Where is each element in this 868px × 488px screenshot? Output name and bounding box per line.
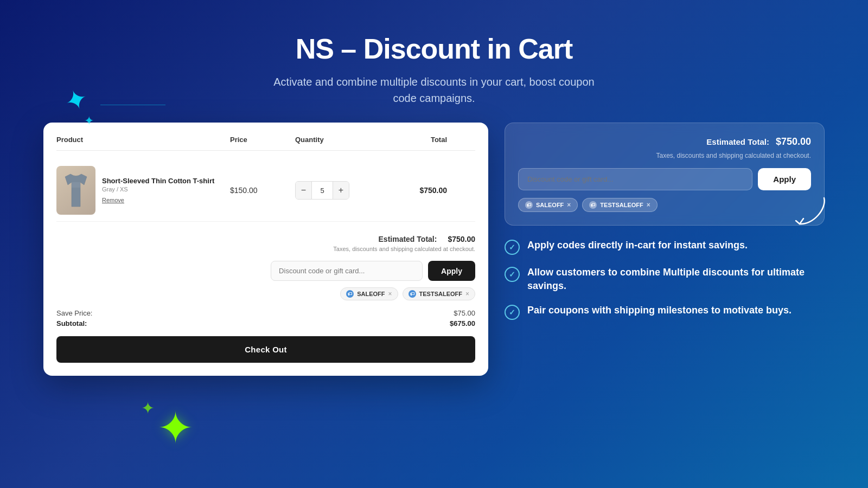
check-icon-2: ✓ xyxy=(509,270,515,279)
product-info: Short-Sleeved Thin Cotton T-shirt Gray /… xyxy=(56,166,230,215)
feature-text-1: Apply codes directly in-cart for instant… xyxy=(527,239,748,252)
save-price-value: $75.00 xyxy=(454,309,475,317)
preview-card-wrapper: Estimated Total: $750.00 Taxes, discount… xyxy=(505,123,825,226)
feature-item-2: ✓ Allow customers to combine Multiple di… xyxy=(505,266,825,293)
estimated-total-row: Estimated Total: $750.00 xyxy=(56,235,475,243)
product-image xyxy=(56,166,95,215)
coupon-tags: 🏷 SALEOFF × 🏷 TESTSALEOFF × xyxy=(56,287,475,300)
main-content: Product Price Quantity Total Short-Sleev… xyxy=(0,123,868,376)
coupon-icon-2: 🏷 xyxy=(409,290,416,298)
discount-input[interactable] xyxy=(271,261,423,281)
page-title: NS – Discount in Cart xyxy=(0,33,868,65)
preview-coupon-code-1: SALEOFF xyxy=(536,202,564,208)
feature-text-3: Pair coupons with shipping milestones to… xyxy=(527,304,792,317)
product-name: Short-Sleeved Thin Cotton T-shirt xyxy=(102,177,214,185)
estimated-total-value: $750.00 xyxy=(448,235,475,243)
coupon-remove-1[interactable]: × xyxy=(388,290,392,298)
subtotal-label: Subtotal: xyxy=(56,319,87,328)
cart-table-header: Product Price Quantity Total xyxy=(56,136,475,151)
coupon-remove-2[interactable]: × xyxy=(465,290,469,298)
coupon-tag-testsaleoff: 🏷 TESTSALEOFF × xyxy=(403,287,475,300)
cart-widget: Product Price Quantity Total Short-Sleev… xyxy=(43,123,488,376)
decorative-star-green: ✦ xyxy=(157,407,194,450)
preview-card: Estimated Total: $750.00 Taxes, discount… xyxy=(505,123,825,226)
coupon-code-1: SALEOFF xyxy=(357,291,385,297)
coupon-icon: 🏷 xyxy=(346,290,354,298)
preview-total-label: Estimated Total: xyxy=(706,137,769,146)
quantity-decrease-button[interactable]: − xyxy=(296,182,311,199)
curved-arrow-decoration xyxy=(792,192,829,230)
subtotal-row: Subtotal: $675.00 xyxy=(56,319,475,328)
decorative-star-green-small: ✦ xyxy=(141,399,155,418)
feature-item-3: ✓ Pair coupons with shipping milestones … xyxy=(505,304,825,320)
col-price: Price xyxy=(230,136,295,144)
preview-discount-row: Apply xyxy=(518,168,811,190)
features-list: ✓ Apply codes directly in-cart for insta… xyxy=(505,239,825,320)
right-panel: Estimated Total: $750.00 Taxes, discount… xyxy=(505,123,825,320)
preview-coupon-tag-2: 🏷 TESTSALEOFF × xyxy=(582,198,657,212)
product-details: Short-Sleeved Thin Cotton T-shirt Gray /… xyxy=(102,177,214,204)
preview-coupon-code-2: TESTSALEOFF xyxy=(600,202,643,208)
preview-total-value: $750.00 xyxy=(776,136,811,147)
preview-coupon-icon-1: 🏷 xyxy=(525,201,533,209)
decorative-line xyxy=(100,105,165,105)
coupon-code-2: TESTSALEOFF xyxy=(419,291,462,297)
save-price-label: Save Price: xyxy=(56,309,92,317)
estimated-total-label: Estimated Total: xyxy=(379,235,437,243)
feature-check-2: ✓ xyxy=(505,267,520,282)
preview-coupon-icon-2: 🏷 xyxy=(589,201,597,209)
taxes-note: Taxes, discounts and shipping calculated… xyxy=(56,246,475,252)
col-total: Total xyxy=(382,136,447,144)
preview-coupon-remove-1[interactable]: × xyxy=(567,201,571,209)
col-quantity: Quantity xyxy=(295,136,382,144)
discount-row: Apply xyxy=(56,261,475,281)
savings-row: Save Price: $75.00 xyxy=(56,309,475,317)
feature-text-2: Allow customers to combine Multiple disc… xyxy=(527,266,825,293)
apply-button-cart[interactable]: Apply xyxy=(428,261,475,281)
feature-item-1: ✓ Apply codes directly in-cart for insta… xyxy=(505,239,825,255)
preview-coupon-remove-2[interactable]: × xyxy=(647,201,650,209)
col-product: Product xyxy=(56,136,230,144)
remove-link[interactable]: Remove xyxy=(102,197,124,203)
preview-apply-button[interactable]: Apply xyxy=(758,168,811,190)
feature-check-1: ✓ xyxy=(505,240,520,255)
subtotal-value: $675.00 xyxy=(450,319,475,328)
checkout-button[interactable]: Check Out xyxy=(56,336,475,363)
product-variant: Gray / XS xyxy=(102,186,214,192)
quantity-input[interactable] xyxy=(311,182,333,199)
product-total: $750.00 xyxy=(382,186,447,195)
product-price: $150.00 xyxy=(230,186,295,195)
quantity-increase-button[interactable]: + xyxy=(333,182,349,199)
preview-taxes-note: Taxes, discounts and shipping calculated… xyxy=(518,152,811,159)
quantity-control: − + xyxy=(295,181,382,200)
decorative-star-cyan-small: ✦ xyxy=(84,114,94,128)
coupon-tag-saleoff: 🏷 SALEOFF × xyxy=(340,287,398,300)
feature-check-3: ✓ xyxy=(505,305,520,320)
check-icon-3: ✓ xyxy=(509,308,515,317)
hero-subtitle: Activate and combine multiple discounts … xyxy=(271,74,597,106)
preview-total-row: Estimated Total: $750.00 xyxy=(518,136,811,147)
check-icon-1: ✓ xyxy=(509,243,515,252)
preview-coupon-tag-1: 🏷 SALEOFF × xyxy=(518,198,578,212)
cart-summary: Estimated Total: $750.00 Taxes, discount… xyxy=(56,235,475,363)
table-row: Short-Sleeved Thin Cotton T-shirt Gray /… xyxy=(56,159,475,222)
preview-coupon-tags: 🏷 SALEOFF × 🏷 TESTSALEOFF × xyxy=(518,198,811,212)
preview-discount-input[interactable] xyxy=(518,168,752,190)
